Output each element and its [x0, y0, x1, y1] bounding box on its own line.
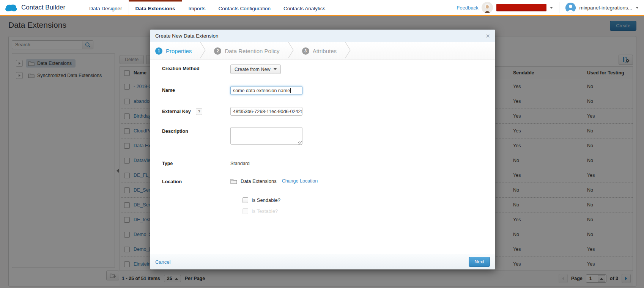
top-nav: Contact Builder Data DesignerData Extens…: [0, 0, 644, 16]
creation-method-value: Create from New: [235, 67, 270, 72]
change-location-link[interactable]: Change Location: [282, 178, 318, 184]
account-menu-label[interactable]: mixpanel-integrations...: [579, 5, 632, 11]
modal-footer: Cancel Next: [150, 254, 495, 269]
is-sendable-label: Is Sendable?: [252, 197, 280, 203]
external-key-label: External Key ?: [162, 107, 230, 116]
step-properties[interactable]: 1Properties: [155, 47, 192, 55]
cancel-link[interactable]: Cancel: [155, 259, 170, 265]
is-sendable-checkbox[interactable]: [242, 197, 248, 203]
screen: Contact Builder Data DesignerData Extens…: [0, 0, 644, 288]
account-caret-icon[interactable]: [550, 7, 553, 9]
description-textarea[interactable]: [230, 127, 302, 145]
external-key-value: 48f353b6-7268-11ec-90d6-0242ac1200: [233, 109, 302, 114]
nav-right: Feedback mixpanel-integrations..: [457, 0, 644, 15]
nav-divider: [559, 2, 559, 13]
name-input[interactable]: some data extension name: [230, 86, 302, 95]
type-label: Type: [162, 159, 230, 166]
step-number: 2: [214, 47, 221, 55]
step-separator: [200, 42, 206, 60]
step-data-retention-policy[interactable]: 2Data Retention Policy: [214, 47, 279, 55]
location-value: Data Extensions: [241, 178, 277, 184]
creation-method-label: Creation Method: [162, 65, 230, 74]
wizard-steps: 1Properties2Data Retention Policy3Attrib…: [150, 42, 495, 60]
step-separator: [345, 42, 351, 60]
next-button[interactable]: Next: [469, 257, 490, 267]
modal-header: Create New Data Extension ×: [150, 30, 495, 42]
user-menu-caret-icon[interactable]: [636, 7, 639, 9]
location-label: Location: [162, 178, 230, 184]
tab-data-extensions[interactable]: Data Extensions: [129, 0, 182, 15]
step-number: 3: [302, 47, 309, 55]
user-avatar-icon[interactable]: [565, 3, 576, 13]
is-testable-label: Is Testable?: [252, 208, 278, 214]
type-value: Standard: [230, 159, 250, 166]
description-label: Description: [162, 127, 230, 146]
tab-data-designer[interactable]: Data Designer: [83, 0, 128, 15]
name-label: Name: [162, 86, 230, 95]
help-icon[interactable]: ?: [196, 109, 202, 115]
feedback-link[interactable]: Feedback: [457, 5, 478, 11]
tab-contacts-configuration[interactable]: Contacts Configuration: [212, 0, 277, 15]
is-testable-checkbox: [242, 208, 248, 214]
nav-tabs: Data DesignerData ExtensionsImportsConta…: [83, 0, 332, 15]
step-label: Attributes: [313, 48, 337, 54]
resize-grip-icon[interactable]: [298, 142, 302, 145]
modal-title: Create New Data Extension: [155, 33, 219, 39]
step-label: Data Retention Policy: [225, 48, 279, 54]
dropdown-caret-icon: [274, 68, 277, 70]
einstein-avatar[interactable]: [482, 2, 493, 13]
redacted-account-name: [496, 4, 546, 11]
step-separator: [288, 42, 294, 60]
folder-icon: [230, 178, 238, 184]
step-number: 1: [155, 47, 162, 55]
close-icon[interactable]: ×: [486, 32, 490, 39]
app-title: Contact Builder: [21, 4, 65, 11]
tab-contacts-analytics[interactable]: Contacts Analytics: [277, 0, 332, 15]
salesforce-cloud-icon: [5, 3, 17, 12]
tab-imports[interactable]: Imports: [182, 0, 212, 15]
create-data-extension-modal: Create New Data Extension × 1Properties2…: [150, 30, 495, 269]
creation-method-dropdown[interactable]: Create from New: [230, 65, 281, 74]
modal-body: Creation Method Create from New Name som…: [150, 60, 495, 254]
step-label: Properties: [166, 48, 192, 54]
app-logo-wrap: Contact Builder: [5, 0, 65, 15]
name-input-value: some data extension name: [233, 88, 290, 93]
step-attributes[interactable]: 3Attributes: [302, 47, 337, 55]
external-key-input[interactable]: 48f353b6-7268-11ec-90d6-0242ac1200: [230, 107, 302, 116]
text-cursor: [290, 88, 291, 93]
